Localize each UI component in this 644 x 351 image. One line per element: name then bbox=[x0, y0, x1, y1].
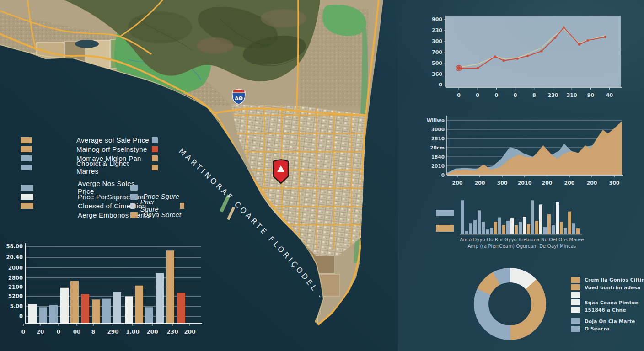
legend-swatch bbox=[152, 146, 158, 152]
svg-text:0: 0 bbox=[21, 329, 25, 335]
svg-text:230: 230 bbox=[548, 92, 558, 98]
legend-swatch bbox=[571, 299, 580, 305]
mini-bar bbox=[465, 231, 468, 234]
legend-row bbox=[130, 183, 190, 192]
legend-swatch bbox=[21, 203, 33, 209]
svg-text:230: 230 bbox=[166, 329, 178, 335]
svg-text:0: 0 bbox=[441, 172, 445, 178]
mini-chart-caption: Anco Dyyo Oo Rnr Gyyo Brebiuna No Oel On… bbox=[456, 237, 588, 249]
trend-line-chart: 9002303007005003600000082303109040 bbox=[428, 10, 631, 104]
mini-bar bbox=[461, 200, 464, 234]
mini-bar bbox=[535, 221, 538, 234]
mini-bar bbox=[510, 218, 514, 234]
svg-text:0: 0 bbox=[439, 82, 442, 88]
legend-swatch bbox=[180, 203, 184, 209]
svg-text:20cm: 20cm bbox=[430, 145, 445, 150]
mini-bar bbox=[498, 218, 501, 234]
legend-label: Sqaa Ceaea Pimtoe bbox=[585, 300, 639, 305]
svg-text:310: 310 bbox=[567, 92, 577, 98]
svg-text:200: 200 bbox=[146, 329, 158, 335]
shield-route-number: ΔΘ bbox=[235, 96, 243, 101]
legend-row: Chooict & Lighet Marres bbox=[21, 163, 158, 172]
mini-bar bbox=[473, 220, 477, 234]
svg-text:0: 0 bbox=[457, 92, 461, 98]
donut-legend-row: Voed bontrim adesa bbox=[571, 284, 642, 292]
price-bar bbox=[39, 307, 47, 324]
svg-text:1.00: 1.00 bbox=[126, 329, 140, 335]
legend-label: 151846 a Chne bbox=[585, 307, 626, 313]
legend-label: Average sof Sale Price bbox=[76, 136, 152, 144]
svg-text:0: 0 bbox=[476, 92, 479, 98]
legend-swatch bbox=[571, 284, 580, 290]
svg-text:0: 0 bbox=[514, 92, 517, 98]
svg-text:230: 230 bbox=[432, 27, 442, 33]
price-bar bbox=[113, 292, 121, 324]
mini-bar bbox=[531, 200, 534, 234]
legend-swatch bbox=[21, 194, 33, 200]
svg-text:90: 90 bbox=[587, 92, 595, 98]
mini-bar bbox=[572, 223, 575, 234]
svg-text:0: 0 bbox=[19, 313, 23, 319]
map-legend-secondary-right: Price SgurePncr SgureDaya Sorcet bbox=[130, 183, 190, 219]
legend-swatch bbox=[152, 165, 158, 170]
price-bar bbox=[166, 250, 174, 324]
legend-swatch bbox=[21, 146, 32, 152]
svg-text:00: 00 bbox=[73, 329, 81, 335]
price-bar bbox=[177, 292, 185, 324]
svg-text:3000: 3000 bbox=[431, 127, 445, 132]
svg-text:1840: 1840 bbox=[431, 154, 445, 160]
donut-legend-row: Crem lla Gonios Ciltin Arcie bbox=[571, 276, 642, 284]
legend-swatch bbox=[130, 212, 138, 218]
legend-label: Voed bontrim adesa bbox=[585, 285, 640, 290]
svg-text:200: 200 bbox=[564, 180, 575, 186]
donut-legend-row: 151846 a Chne bbox=[571, 306, 642, 314]
svg-text:20: 20 bbox=[37, 329, 44, 335]
legend-row: Daya Sorcet bbox=[130, 210, 190, 219]
mini-bar bbox=[527, 224, 530, 234]
mini-bars-svg bbox=[459, 197, 585, 237]
donut-legend-row: Sqaa Ceaea Pimtoe bbox=[571, 299, 642, 307]
mini-bar bbox=[486, 229, 489, 234]
legend-label: Daya Sorcet bbox=[143, 211, 189, 218]
mini-bar bbox=[523, 217, 526, 234]
real-estate-dashboard: ΔΘ MARTINORAF COARTE FLORIÇODEL ---- Ave… bbox=[0, 0, 644, 351]
legend-swatch bbox=[130, 185, 138, 191]
mini-bar bbox=[576, 228, 580, 234]
svg-text:0: 0 bbox=[57, 329, 60, 335]
mini-bar bbox=[543, 227, 547, 234]
price-bar bbox=[28, 304, 37, 324]
svg-text:300: 300 bbox=[432, 38, 442, 44]
svg-text:0: 0 bbox=[495, 92, 499, 98]
price-bar bbox=[60, 288, 69, 324]
svg-text:2000: 2000 bbox=[8, 265, 23, 271]
legend-swatch bbox=[571, 318, 580, 324]
mini-bar bbox=[490, 228, 493, 234]
mini-bar bbox=[506, 221, 510, 234]
svg-text:2100: 2100 bbox=[8, 284, 23, 290]
legend-label: Doja On Cia Marte bbox=[585, 319, 635, 324]
mini-bar bbox=[478, 210, 481, 234]
line-chart-svg: 9002303007005003600000082303109040 bbox=[428, 10, 631, 104]
mini-legend-swatch-tan bbox=[436, 225, 454, 232]
price-bars-svg: 58.0020.4020002800210052005.000020000829… bbox=[4, 239, 205, 344]
svg-text:20.40: 20.40 bbox=[6, 254, 23, 261]
price-bar bbox=[92, 299, 100, 324]
mini-bar bbox=[539, 204, 542, 234]
legend-label: Crem lla Gonios Ciltin Arcie bbox=[585, 277, 644, 282]
legend-swatch bbox=[152, 137, 158, 143]
legend-swatch bbox=[21, 185, 33, 191]
map-legend-primary: Average sof Sale PriceMainog orf Pselnst… bbox=[21, 135, 158, 172]
svg-text:5.00: 5.00 bbox=[10, 303, 23, 309]
donut-legend: Crem lla Gonios Ciltin ArcieVoed bontrim… bbox=[571, 276, 642, 333]
svg-text:200: 200 bbox=[587, 180, 597, 186]
svg-text:8: 8 bbox=[532, 92, 536, 98]
price-bar-chart: 58.0020.4020002800210052005.000020000829… bbox=[4, 239, 205, 344]
svg-text:2010: 2010 bbox=[518, 180, 532, 186]
mini-bar bbox=[552, 225, 555, 234]
legend-swatch bbox=[21, 155, 32, 161]
mini-bar bbox=[515, 225, 518, 234]
svg-text:58.00: 58.00 bbox=[6, 243, 23, 250]
legend-row: Average sof Sale Price bbox=[21, 135, 158, 144]
donut-legend-row: O Seacra bbox=[571, 325, 642, 333]
svg-text:200: 200 bbox=[452, 180, 463, 186]
